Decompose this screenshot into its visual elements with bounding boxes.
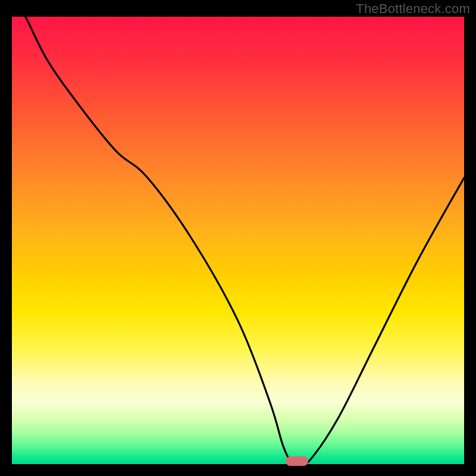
chart-frame: TheBottleneck.com — [0, 0, 476, 476]
watermark-text: TheBottleneck.com — [356, 1, 470, 17]
optimal-range-marker — [286, 456, 308, 466]
bottleneck-curve-path — [12, 17, 464, 464]
bottleneck-curve-svg — [12, 17, 464, 464]
plot-area — [12, 17, 464, 464]
